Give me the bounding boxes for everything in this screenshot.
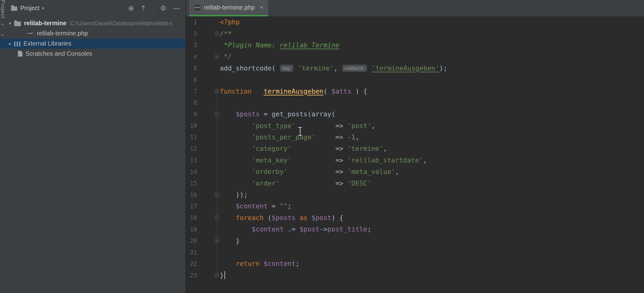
gutter-fold-column [197, 200, 220, 212]
fold-marker-icon[interactable] [215, 273, 219, 277]
chevron-down-icon[interactable]: ▾ [6, 21, 14, 26]
line-number[interactable]: 7 [186, 88, 197, 94]
line-number[interactable]: 6 [186, 76, 197, 83]
line-number[interactable]: 17 [186, 203, 197, 210]
code-line[interactable]: 21 [186, 247, 644, 258]
code-text: add_shortcode( tag: 'termine', callback:… [220, 64, 447, 72]
project-folder-icon [11, 6, 17, 11]
locate-file-icon[interactable]: ⊕ [128, 5, 134, 12]
folder-icon [14, 22, 21, 26]
line-number[interactable]: 2 [186, 30, 197, 37]
fold-marker-icon[interactable] [215, 193, 219, 197]
code-line[interactable]: 6 [186, 74, 644, 85]
gutter-fold-column [197, 16, 220, 28]
code-line[interactable]: 19 $content .= $post->post_title; [186, 223, 644, 235]
code-line[interactable]: 7function termineAusgeben( $atts ) { [186, 85, 644, 97]
line-number[interactable]: 4 [186, 53, 197, 60]
hide-panel-icon[interactable]: — [173, 5, 180, 12]
line-number[interactable]: 5 [186, 65, 197, 71]
line-number[interactable]: 16 [186, 191, 197, 198]
line-number[interactable]: 8 [186, 99, 197, 106]
tree-item-label: relilab-termine [24, 20, 66, 27]
tab-label: relilab-termine.php [204, 4, 255, 11]
fold-marker-icon[interactable] [215, 32, 219, 36]
stripe-project-button[interactable]: Project [0, 0, 6, 18]
code-line[interactable]: 3 *Plugin Name: relilab Termine [186, 39, 644, 51]
code-editor[interactable]: 1<?php2/**3 *Plugin Name: relilab Termin… [186, 16, 644, 293]
code-line[interactable]: 9 $posts = get_posts(array( [186, 108, 644, 120]
line-number[interactable]: 19 [186, 226, 197, 233]
line-number[interactable]: 1 [186, 19, 197, 26]
code-line[interactable]: 15 'order' => 'DESC' [186, 177, 644, 189]
gutter-fold-column [197, 131, 220, 143]
line-number[interactable]: 20 [186, 237, 197, 244]
gutter-fold-column [197, 28, 220, 39]
panel-toolbar: ⊕⇡⚙— [128, 4, 180, 12]
fold-marker-icon[interactable] [215, 216, 219, 220]
text-caret [224, 271, 225, 279]
settings-gear-icon[interactable]: ⚙ [160, 5, 166, 12]
gutter-fold-column [197, 189, 220, 200]
tree-item-label: External Libraries [23, 40, 71, 47]
line-number[interactable]: 18 [186, 214, 197, 221]
fold-marker-icon[interactable] [215, 54, 219, 58]
fold-marker-icon[interactable] [215, 239, 219, 243]
code-line[interactable]: 4 */ [186, 51, 644, 62]
line-number[interactable]: 21 [186, 249, 197, 256]
fold-marker-icon[interactable] [215, 89, 219, 93]
code-line[interactable]: 5add_shortcode( tag: 'termine', callback… [186, 62, 644, 74]
tree-item-relilab-termine-root[interactable]: ▾relilab-termineC:\Users\Daniel\Desktop\… [0, 18, 185, 28]
editor-tab-bar: PHP relilab-termine.php × [186, 0, 644, 16]
line-number[interactable]: 23 [186, 272, 197, 279]
project-tree: ▾relilab-termineC:\Users\Daniel\Desktop\… [0, 16, 185, 59]
code-text: $posts = get_posts(array( [220, 110, 335, 118]
tree-item-external-libraries[interactable]: ▸External Libraries [0, 38, 185, 49]
gutter-fold-column [197, 143, 220, 154]
line-number[interactable]: 11 [186, 134, 197, 141]
code-line[interactable]: 22 return $content; [186, 258, 644, 269]
collapse-all-icon[interactable]: ⇡ [141, 5, 146, 12]
tree-item-label: relilab-termine.php [37, 30, 88, 37]
chevron-down-icon[interactable]: ▾ [42, 6, 44, 11]
gutter-fold-column [197, 39, 220, 51]
chevron-right-icon[interactable]: ▸ [6, 41, 14, 46]
code-line[interactable]: 1<?php [186, 16, 644, 28]
code-line[interactable]: 13 'meta_key' => 'relilab_startdate', [186, 155, 644, 166]
fold-marker-icon[interactable] [215, 112, 219, 116]
line-number[interactable]: 15 [186, 180, 197, 187]
code-line[interactable]: 16 )); [186, 189, 644, 200]
tab-relilab-termine-php[interactable]: PHP relilab-termine.php × [189, 0, 268, 16]
parameter-hint: tag: [280, 65, 293, 72]
line-number[interactable]: 14 [186, 168, 197, 175]
line-number[interactable]: 13 [186, 157, 197, 163]
code-text: 'meta_key' => 'relilab_startdate', [220, 156, 427, 164]
code-line[interactable]: 23} [186, 270, 644, 281]
code-line[interactable]: 12 'category' => 'termine', [186, 143, 644, 154]
tree-item-scratches-and-consoles[interactable]: Scratches and Consoles [0, 49, 185, 59]
ide-window: Project Project ▾ ⊕⇡⚙— ▾relilab-termineC… [0, 0, 644, 293]
code-text: } [220, 237, 240, 245]
line-number[interactable]: 3 [186, 42, 197, 48]
code-line[interactable]: 2/** [186, 28, 644, 39]
line-number[interactable]: 9 [186, 111, 197, 118]
line-number[interactable]: 22 [186, 260, 197, 267]
tree-item-relilab-termine-php[interactable]: PHPrelilab-termine.php [0, 28, 185, 38]
code-line[interactable]: 8 [186, 97, 644, 108]
code-line[interactable]: 18 foreach ($posts as $post) { [186, 212, 644, 223]
toolbar-divider [153, 4, 153, 12]
code-line[interactable]: 11 'posts_per_page' => -1, [186, 131, 644, 143]
code-text: 'order' => 'DESC' [220, 179, 371, 187]
code-line[interactable]: 17 $content = ""; [186, 200, 644, 212]
gutter-fold-column [197, 258, 220, 269]
code-text: *Plugin Name: relilab Termine [220, 41, 339, 49]
code-text: */ [220, 53, 232, 60]
project-panel-title[interactable]: Project [20, 5, 39, 12]
line-number[interactable]: 12 [186, 145, 197, 152]
line-number[interactable]: 10 [186, 122, 197, 129]
close-icon[interactable]: × [260, 4, 264, 11]
code-line[interactable]: 20 } [186, 235, 644, 246]
gutter-fold-column [197, 235, 220, 246]
library-icon [14, 42, 20, 46]
code-line[interactable]: 10 'post_type' => 'post', [186, 120, 644, 131]
code-line[interactable]: 14 'orderby' => 'meta_value', [186, 166, 644, 177]
